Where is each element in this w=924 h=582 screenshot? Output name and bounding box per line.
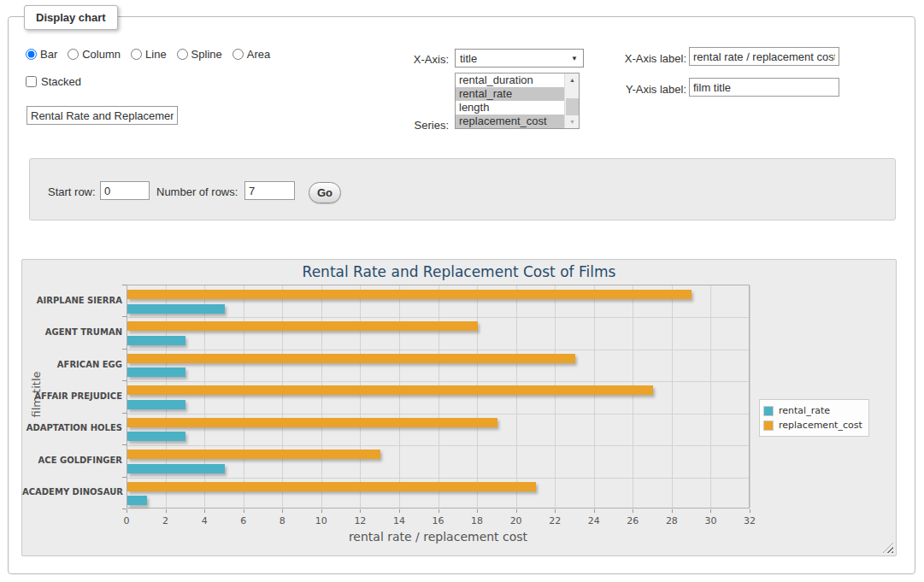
bar-rental_rate-3 <box>127 400 185 409</box>
stacked-label: Stacked <box>41 75 81 88</box>
radio-input[interactable] <box>131 49 142 60</box>
bar-rental_rate-4 <box>127 432 185 441</box>
series-option-length[interactable]: length <box>456 101 564 115</box>
x-tick-label: 2 <box>153 515 179 526</box>
x-tick-label: 20 <box>503 515 529 526</box>
category-label: AIRPLANE SIERRA <box>22 296 122 305</box>
select-dropdown-arrow-icon: ▼ <box>571 55 578 62</box>
x-tick-label: 14 <box>386 515 412 526</box>
bar-replacement_cost-6 <box>127 482 536 491</box>
radio-label: Spline <box>191 48 222 61</box>
x-tick-label: 6 <box>231 515 256 526</box>
radio-label: Bar <box>40 48 57 61</box>
x-tick-label: 26 <box>620 515 645 526</box>
chart-type-radio-line[interactable]: Line <box>131 48 167 61</box>
chart-type-radio-spline[interactable]: Spline <box>177 48 222 61</box>
rows-form-panel: Start row: Number of rows: Go <box>29 158 896 220</box>
gridline <box>672 285 673 508</box>
start-row-input[interactable] <box>100 181 150 200</box>
x-tick <box>127 509 127 513</box>
start-row-label: Start row: <box>48 185 96 198</box>
gridline <box>127 478 749 479</box>
radio-label: Column <box>82 48 121 61</box>
series-option-rental_rate[interactable]: rental_rate <box>456 87 564 101</box>
y-tick <box>122 413 127 414</box>
x-tick <box>282 509 283 513</box>
y-axis-label-input[interactable] <box>689 78 839 97</box>
series-scrollbar[interactable]: ▲ ▼ <box>564 73 579 128</box>
scrollbar-thumb[interactable] <box>566 98 579 116</box>
chart-title: Rental Rate and Replacement Cost of Film… <box>22 263 896 280</box>
series-list-label: Series: <box>376 119 449 132</box>
chart-type-radio-bar[interactable]: Bar <box>26 48 57 61</box>
chart-type-radio-column[interactable]: Column <box>68 48 121 61</box>
bar-rental_rate-5 <box>127 464 225 473</box>
x-tick-label: 24 <box>581 515 607 526</box>
bar-rental_rate-0 <box>127 304 225 314</box>
x-tick <box>672 509 673 513</box>
series-option-replacement_cost[interactable]: replacement_cost <box>456 115 564 128</box>
series-listbox[interactable]: rental_durationrental_ratelengthreplacem… <box>455 73 580 129</box>
number-of-rows-input[interactable] <box>244 181 295 200</box>
x-tick <box>321 509 322 513</box>
radio-input[interactable] <box>68 49 79 60</box>
x-axis-select[interactable]: title ▼ <box>455 49 584 68</box>
x-tick-label: 12 <box>347 515 373 526</box>
category-label: AFFAIR PREJUDICE <box>22 391 122 401</box>
x-tick <box>244 509 244 513</box>
go-button[interactable]: Go <box>309 182 341 203</box>
chart-type-radio-group: BarColumnLineSplineArea <box>26 48 270 61</box>
bar-replacement_cost-4 <box>127 418 497 427</box>
y-tick <box>122 380 127 381</box>
gridline <box>710 285 711 508</box>
gridline <box>360 285 361 508</box>
x-tick <box>710 509 711 513</box>
gridline <box>127 414 749 414</box>
legend-label: rental_rate <box>779 405 830 416</box>
gridline <box>282 285 283 508</box>
x-tick-label: 32 <box>737 515 762 526</box>
x-tick-label: 4 <box>191 515 217 526</box>
bar-replacement_cost-1 <box>127 321 478 331</box>
x-tick <box>477 509 478 513</box>
gridline <box>127 350 749 350</box>
radio-label: Line <box>145 48 167 61</box>
gridline <box>633 285 633 508</box>
x-tick <box>633 509 633 513</box>
stacked-checkbox[interactable] <box>26 76 37 87</box>
x-tick-label: 16 <box>426 515 451 526</box>
y-tick <box>122 444 127 445</box>
chart-type-radio-area[interactable]: Area <box>232 48 270 61</box>
scroll-down-icon[interactable]: ▼ <box>565 115 580 128</box>
radio-input[interactable] <box>26 49 37 60</box>
resize-handle-icon[interactable] <box>883 543 893 553</box>
radio-input[interactable] <box>177 49 188 60</box>
radio-input[interactable] <box>232 49 244 60</box>
gridline <box>750 285 750 508</box>
y-tick <box>122 285 127 285</box>
radio-label: Area <box>247 48 270 61</box>
legend-entry-replacement_cost: replacement_cost <box>763 418 862 432</box>
x-axis-selected-value: title <box>460 52 477 65</box>
x-axis-label-input[interactable] <box>689 47 839 66</box>
chart-panel: Rental Rate and Replacement Cost of Film… <box>21 259 897 556</box>
gridline <box>127 317 749 318</box>
gridline <box>555 285 556 508</box>
x-tick-label: 22 <box>542 515 568 526</box>
category-label: ACADEMY DINOSAUR <box>22 487 122 497</box>
stacked-checkbox-row[interactable]: Stacked <box>26 75 81 88</box>
category-label: AGENT TRUMAN <box>22 327 122 337</box>
x-axis-select-label: X-Axis: <box>376 53 449 66</box>
y-tick <box>122 349 127 350</box>
gridline <box>244 285 244 508</box>
bar-rental_rate-6 <box>127 496 147 505</box>
chart-title-input[interactable] <box>26 106 178 125</box>
legend-label: replacement_cost <box>779 420 862 431</box>
category-label: ACE GOLDFINGER <box>22 456 122 465</box>
series-option-rental_duration[interactable]: rental_duration <box>456 73 564 87</box>
gridline <box>477 285 478 508</box>
gridline <box>127 445 749 446</box>
scroll-up-icon[interactable]: ▲ <box>565 73 580 86</box>
chart-plot-area <box>127 285 750 509</box>
x-axis-label-caption: X-Axis label: <box>618 52 686 65</box>
